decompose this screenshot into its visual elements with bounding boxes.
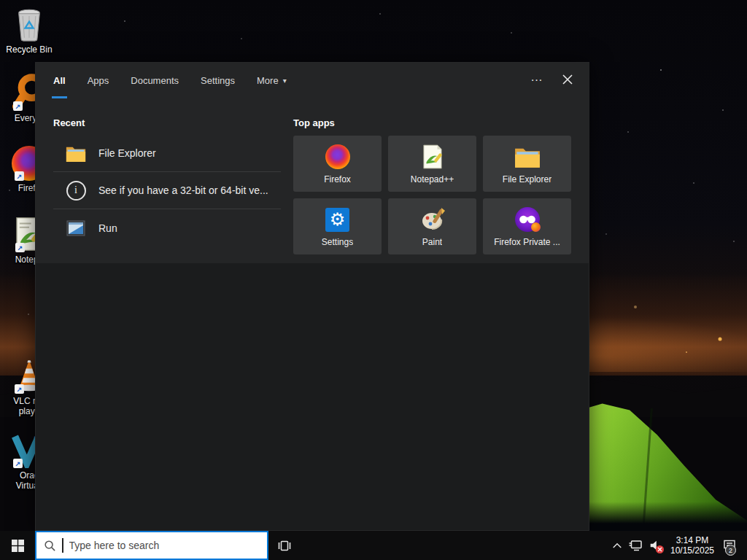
tab-apps[interactable]: Apps: [86, 63, 111, 98]
folder-icon: [65, 145, 87, 162]
info-icon: i: [65, 181, 87, 201]
search-icon: [44, 540, 56, 552]
search-flyout-content-area: All Apps Documents Settings More ▾ …: [36, 63, 589, 263]
chevron-down-icon: ▾: [283, 77, 287, 85]
shortcut-arrow-icon: ↗: [13, 459, 23, 468]
tab-more[interactable]: More ▾: [255, 63, 288, 98]
notification-badge: 2: [725, 545, 736, 556]
tab-all[interactable]: All: [52, 63, 67, 98]
firefox-icon: [325, 143, 350, 171]
start-button[interactable]: [0, 531, 35, 560]
tray-chevron-up[interactable]: [608, 531, 627, 560]
taskbar: 3:14 PM 10/15/2025 2: [0, 531, 747, 560]
folder-icon: [514, 143, 541, 171]
shortcut-arrow-icon: ↗: [15, 384, 24, 394]
taskbar-search-box[interactable]: [35, 531, 268, 560]
top-app-paint[interactable]: Paint: [388, 198, 476, 254]
shortcut-arrow-icon: ↗: [15, 171, 24, 181]
top-app-firefox-private[interactable]: Firefox Private ...: [483, 198, 571, 254]
firefox-private-mask-icon: [515, 206, 540, 233]
task-view-icon: [277, 540, 292, 552]
recent-item-search-suggestion[interactable]: i See if you have a 32-bit or 64-bit ve.…: [53, 172, 281, 209]
tray-volume-muted[interactable]: [646, 531, 665, 560]
top-app-settings[interactable]: ⚙ Settings: [293, 198, 382, 254]
notepadpp-icon: [421, 143, 444, 171]
desktop-icon-recycle-bin[interactable]: Recycle Bin: [1, 4, 57, 55]
shortcut-arrow-icon: ↗: [15, 243, 25, 252]
settings-gear-icon: ⚙: [325, 206, 349, 233]
system-tray: 3:14 PM 10/15/2025 2: [608, 531, 747, 560]
search-flyout: All Apps Documents Settings More ▾ …: [35, 62, 589, 531]
recent-header: Recent: [53, 117, 281, 129]
search-tabs: All Apps Documents Settings More ▾ …: [36, 63, 589, 98]
taskbar-clock[interactable]: 3:14 PM 10/15/2025: [665, 535, 720, 556]
tab-settings[interactable]: Settings: [199, 63, 236, 98]
ethernet-network-icon: [629, 540, 643, 552]
close-icon[interactable]: [562, 74, 573, 85]
top-apps-header: Top apps: [293, 117, 571, 129]
recent-item-label: File Explorer: [98, 147, 156, 159]
recent-item-run[interactable]: Run: [53, 209, 281, 246]
run-icon: [65, 220, 87, 236]
recent-item-label: Run: [98, 222, 117, 234]
desktop: Recycle Bin ↗ Everyth ↗ Firefo: [0, 0, 747, 560]
top-app-file-explorer[interactable]: File Explorer: [483, 136, 571, 192]
text-caret: [62, 538, 63, 553]
action-center-button[interactable]: 2: [720, 531, 739, 560]
mute-x-icon: [656, 545, 664, 553]
recent-item-file-explorer[interactable]: File Explorer: [53, 135, 281, 172]
tray-network[interactable]: [627, 531, 646, 560]
recycle-bin-icon: [13, 4, 45, 42]
clock-date: 10/15/2025: [666, 545, 719, 556]
paint-palette-icon: [419, 206, 446, 233]
tab-documents[interactable]: Documents: [129, 63, 180, 98]
recent-section: Recent File Explorer: [53, 98, 281, 254]
search-input[interactable]: [69, 540, 260, 551]
shortcut-arrow-icon: ↗: [13, 101, 23, 111]
clock-time: 3:14 PM: [666, 535, 719, 545]
wallpaper-stars: [0, 0, 1, 1]
windows-logo-icon: [12, 540, 24, 552]
more-options-icon[interactable]: …: [530, 70, 543, 85]
top-apps-section: Top apps Firefox: [293, 98, 571, 254]
top-app-notepadpp[interactable]: Notepad++: [388, 136, 476, 192]
recent-item-label: See if you have a 32-bit or 64-bit ve...: [98, 184, 268, 196]
chevron-up-icon: [612, 542, 622, 549]
desktop-icon-label: Recycle Bin: [6, 44, 52, 55]
task-view-button[interactable]: [268, 531, 301, 560]
top-app-firefox[interactable]: Firefox: [293, 136, 382, 192]
